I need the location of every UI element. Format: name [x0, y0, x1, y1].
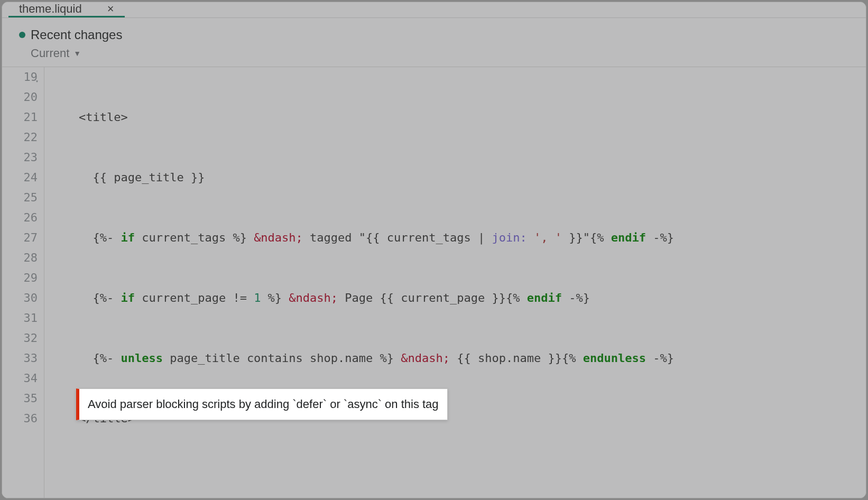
code-line: {%- unless page_title contains shop.name…	[51, 348, 866, 368]
line-number: 21	[2, 107, 38, 127]
line-number: 31	[2, 308, 38, 328]
line-number: 25	[2, 188, 38, 208]
tab-bar: theme.liquid ×	[2, 2, 866, 18]
code-line: <title>	[51, 107, 866, 127]
line-number: 36	[2, 409, 38, 429]
code-line: {{ page_title }}	[51, 168, 866, 188]
line-number: 29	[2, 268, 38, 288]
status-dot-icon	[19, 32, 25, 38]
version-selector[interactable]: Current ▼	[2, 44, 866, 67]
line-number: 26	[2, 208, 38, 228]
line-number: 32	[2, 328, 38, 348]
line-number: 34	[2, 368, 38, 388]
lint-tooltip: Avoid parser blocking scripts by adding …	[76, 388, 448, 420]
code-editor[interactable]: 19▾ 20 21 22 23 24 25 26 27 28 29 30 31 …	[2, 67, 866, 498]
line-number: 22	[2, 127, 38, 147]
editor-window: theme.liquid × Recent changes Current ▼ …	[2, 2, 866, 498]
tab-theme-liquid[interactable]: theme.liquid ×	[8, 2, 125, 17]
code-content[interactable]: <title> {{ page_title }} {%- if current_…	[44, 67, 866, 498]
chevron-down-icon: ▼	[73, 49, 81, 58]
recent-changes-title: Recent changes	[31, 27, 122, 42]
gutter: 19▾ 20 21 22 23 24 25 26 27 28 29 30 31 …	[2, 67, 44, 498]
line-number: 24	[2, 168, 38, 188]
code-line: {%- if current_page != 1 %} &ndash; Page…	[51, 288, 866, 308]
recent-changes-header: Recent changes	[2, 18, 866, 44]
line-number: 35	[2, 388, 38, 409]
line-number: 20	[2, 87, 38, 107]
line-number: 28	[2, 248, 38, 268]
close-icon[interactable]: ×	[107, 2, 114, 16]
line-number: 30	[2, 288, 38, 308]
line-number: 19▾	[2, 67, 38, 87]
line-number: 27	[2, 228, 38, 248]
tab-filename: theme.liquid	[19, 2, 82, 16]
code-line: {%- if current_tags %} &ndash; tagged "{…	[51, 228, 866, 248]
version-label: Current	[31, 47, 69, 60]
code-line	[51, 469, 866, 489]
line-number: 33	[2, 348, 38, 368]
line-number: 23	[2, 147, 38, 168]
